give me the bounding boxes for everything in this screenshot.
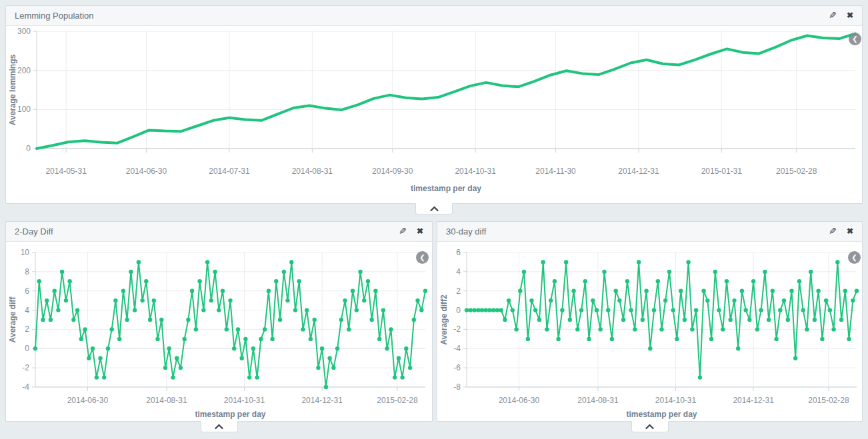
svg-text:100: 100 (17, 105, 31, 114)
panel-title: 2-Day Diff (15, 226, 389, 236)
close-icon[interactable]: ✖ (417, 227, 423, 236)
svg-text:2014-12-31: 2014-12-31 (733, 396, 774, 405)
svg-text:300: 300 (17, 27, 31, 36)
svg-text:Average diff2: Average diff2 (439, 294, 449, 345)
line-chart-2-day-diff[interactable]: -4-202468102014-06-302014-08-312014-10-3… (6, 242, 432, 422)
collapse-panel-tab[interactable] (415, 203, 453, 215)
close-icon[interactable]: ✖ (847, 227, 853, 236)
svg-text:6: 6 (25, 286, 29, 296)
svg-text:2014-06-30: 2014-06-30 (67, 396, 109, 405)
panel-lemming-population: Lemming Population ✎ ✖ 01002003002014-05… (5, 5, 863, 204)
back-arrow-circle-icon[interactable]: ❮ (849, 33, 861, 45)
edit-pencil-icon[interactable]: ✎ (399, 227, 407, 236)
svg-text:2014-10-31: 2014-10-31 (224, 396, 265, 405)
edit-pencil-icon[interactable]: ✎ (829, 11, 837, 20)
back-arrow-circle-icon[interactable]: ❮ (416, 251, 429, 264)
svg-text:0: 0 (25, 344, 29, 353)
chevron-up-icon (430, 206, 439, 212)
svg-text:2014-08-31: 2014-08-31 (292, 167, 333, 176)
svg-text:Average diff: Average diff (8, 296, 17, 343)
svg-text:2014-08-31: 2014-08-31 (146, 396, 187, 405)
panel-30-day-diff: 30-day diff ✎ ✖ -8-6-4-202462014-06-3020… (437, 221, 863, 422)
svg-text:-2: -2 (453, 324, 461, 334)
svg-text:0: 0 (456, 306, 461, 315)
chart-canvas-lemming-population[interactable]: 01002003002014-05-312014-06-302014-07-31… (6, 26, 862, 203)
svg-text:2014-12-31: 2014-12-31 (301, 396, 343, 405)
line-chart-30-day-diff[interactable]: -8-6-4-202462014-06-302014-08-312014-10-… (437, 242, 862, 422)
svg-text:-8: -8 (453, 382, 461, 392)
svg-text:4: 4 (25, 306, 29, 315)
svg-text:2015-02-28: 2015-02-28 (808, 396, 849, 405)
svg-text:timestamp per day: timestamp per day (626, 410, 697, 419)
svg-text:2014-09-30: 2014-09-30 (372, 167, 413, 176)
svg-text:2015-02-28: 2015-02-28 (776, 167, 817, 176)
panel-header: 2-Day Diff ✎ ✖ (6, 222, 432, 242)
svg-text:2014-08-31: 2014-08-31 (577, 396, 619, 405)
svg-text:2014-10-31: 2014-10-31 (655, 396, 697, 405)
svg-text:2: 2 (25, 324, 29, 334)
svg-text:2014-11-30: 2014-11-30 (535, 167, 576, 176)
svg-text:Average lemmings: Average lemmings (8, 55, 17, 126)
collapse-panel-tab[interactable] (201, 421, 238, 432)
svg-text:-4: -4 (453, 344, 461, 353)
svg-text:2014-05-31: 2014-05-31 (45, 167, 87, 176)
panel-title: Lemming Population (15, 11, 819, 21)
panel-2-day-diff: 2-Day Diff ✎ ✖ -4-202468102014-06-302014… (5, 221, 433, 422)
close-icon[interactable]: ✖ (847, 11, 853, 20)
svg-text:timestamp per day: timestamp per day (195, 410, 265, 419)
svg-text:4: 4 (456, 267, 461, 276)
svg-text:6: 6 (456, 248, 461, 257)
svg-text:2014-10-31: 2014-10-31 (455, 167, 496, 176)
panel-header: Lemming Population ✎ ✖ (6, 6, 862, 26)
svg-text:200: 200 (17, 66, 31, 75)
svg-text:8: 8 (25, 267, 29, 276)
svg-text:2015-02-28: 2015-02-28 (377, 396, 418, 405)
svg-text:0: 0 (26, 144, 31, 153)
chart-canvas-30-day-diff[interactable]: -8-6-4-202462014-06-302014-08-312014-10-… (437, 242, 862, 421)
svg-text:-2: -2 (22, 363, 29, 372)
chevron-up-icon (215, 424, 223, 430)
chart-canvas-2-day-diff[interactable]: -4-202468102014-06-302014-08-312014-10-3… (6, 242, 432, 421)
svg-text:2014-06-30: 2014-06-30 (126, 167, 167, 176)
svg-text:2015-01-31: 2015-01-31 (701, 167, 743, 176)
panel-header: 30-day diff ✎ ✖ (437, 222, 862, 242)
back-arrow-circle-icon[interactable]: ❮ (848, 251, 861, 264)
svg-text:2014-06-30: 2014-06-30 (499, 396, 540, 405)
svg-text:2014-12-31: 2014-12-31 (618, 167, 659, 176)
panel-title: 30-day diff (446, 226, 819, 236)
edit-pencil-icon[interactable]: ✎ (829, 227, 837, 236)
svg-text:2: 2 (456, 286, 461, 296)
svg-text:-6: -6 (453, 363, 461, 372)
collapse-panel-tab[interactable] (631, 421, 669, 432)
svg-text:2014-07-31: 2014-07-31 (209, 167, 250, 176)
chevron-up-icon (645, 424, 654, 430)
svg-text:10: 10 (21, 248, 30, 257)
svg-text:-4: -4 (22, 382, 29, 392)
svg-text:timestamp per day: timestamp per day (411, 184, 481, 193)
line-chart-lemming-population[interactable]: 01002003002014-05-312014-06-302014-07-31… (6, 26, 862, 205)
